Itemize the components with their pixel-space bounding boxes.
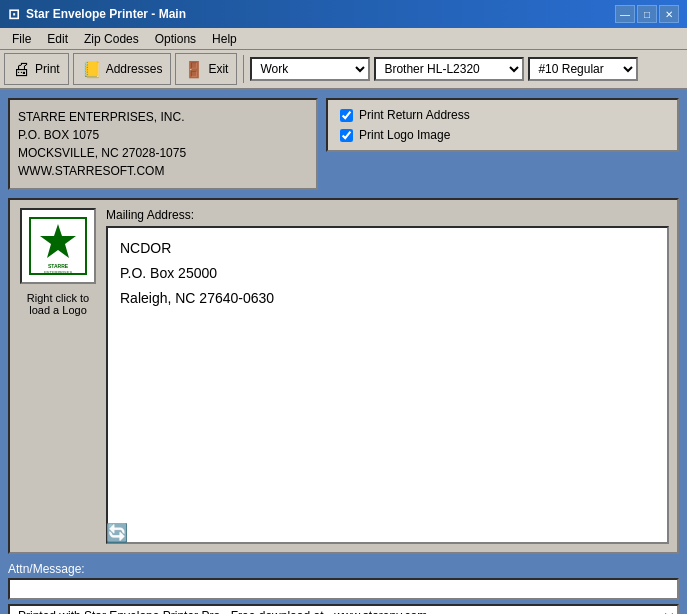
printer-select[interactable]: Brother HL-L2320	[374, 57, 524, 81]
menu-options[interactable]: Options	[147, 30, 204, 48]
window-title: Star Envelope Printer - Main	[26, 7, 186, 21]
svg-text:STARRE: STARRE	[48, 263, 69, 269]
attn-input[interactable]	[8, 578, 679, 600]
menu-edit[interactable]: Edit	[39, 30, 76, 48]
exit-icon: 🚪	[184, 60, 204, 79]
addresses-label: Addresses	[106, 62, 163, 76]
print-button[interactable]: 🖨 Print	[4, 53, 69, 85]
addresses-button[interactable]: 📒 Addresses	[73, 53, 172, 85]
toolbar: 🖨 Print 📒 Addresses 🚪 Exit Work Home Oth…	[0, 50, 687, 90]
company-logo: STARRE ENTERPRISES	[28, 216, 88, 276]
print-return-address-label: Print Return Address	[359, 108, 470, 122]
message-dropdown[interactable]: Printed with Star Envelope Printer Pro -…	[8, 604, 679, 614]
print-label: Print	[35, 62, 60, 76]
menu-file[interactable]: File	[4, 30, 39, 48]
address-type-select[interactable]: Work Home Other	[250, 57, 370, 81]
logo-right-click-text[interactable]: Right click to load a Logo	[18, 292, 98, 316]
print-options-box: Print Return Address Print Logo Image	[326, 98, 679, 152]
mailing-section: Mailing Address: NCDOR P.O. Box 25000 Ra…	[106, 208, 669, 544]
mailing-address-box: NCDOR P.O. Box 25000 Raleigh, NC 27640-0…	[106, 226, 669, 544]
bottom-area: Attn/Message: Printed with Star Envelope…	[0, 562, 687, 614]
print-logo-row: Print Logo Image	[340, 128, 665, 142]
refresh-icon: 🔄	[106, 523, 128, 543]
minimize-button[interactable]: —	[615, 5, 635, 23]
mailing-line3: Raleigh, NC 27640-0630	[120, 286, 655, 311]
menu-help[interactable]: Help	[204, 30, 245, 48]
toolbar-separator-1	[243, 55, 244, 83]
print-return-address-checkbox[interactable]	[340, 109, 353, 122]
top-row: STARRE ENTERPRISES, INC. P.O. BOX 1075 M…	[8, 98, 679, 190]
exit-label: Exit	[208, 62, 228, 76]
print-return-address-row: Print Return Address	[340, 108, 665, 122]
return-address-box: STARRE ENTERPRISES, INC. P.O. BOX 1075 M…	[8, 98, 318, 190]
address-book-icon: 📒	[82, 60, 102, 79]
maximize-button[interactable]: □	[637, 5, 657, 23]
exit-button[interactable]: 🚪 Exit	[175, 53, 237, 85]
envelope-area: STARRE ENTERPRISES Right click to load a…	[8, 198, 679, 554]
small-status-icon: 🔄	[106, 522, 128, 544]
mailing-address-label: Mailing Address:	[106, 208, 669, 222]
title-bar-left: ⊡ Star Envelope Printer - Main	[8, 6, 186, 22]
return-address-line1: STARRE ENTERPRISES, INC.	[18, 108, 308, 126]
menu-bar: File Edit Zip Codes Options Help	[0, 28, 687, 50]
return-address-line4: WWW.STARRESOFT.COM	[18, 162, 308, 180]
logo-box[interactable]: STARRE ENTERPRISES	[20, 208, 96, 284]
app-icon: ⊡	[8, 6, 20, 22]
print-logo-label: Print Logo Image	[359, 128, 450, 142]
print-logo-checkbox[interactable]	[340, 129, 353, 142]
return-address-line2: P.O. BOX 1075	[18, 126, 308, 144]
envelope-type-select[interactable]: #10 Regular #9 Regular A2 Note Card	[528, 57, 638, 81]
main-content: STARRE ENTERPRISES, INC. P.O. BOX 1075 M…	[0, 90, 687, 562]
printer-icon: 🖨	[13, 59, 31, 80]
close-button[interactable]: ✕	[659, 5, 679, 23]
mailing-line1: NCDOR	[120, 236, 655, 261]
svg-text:ENTERPRISES: ENTERPRISES	[44, 270, 73, 275]
return-address-line3: MOCKSVILLE, NC 27028-1075	[18, 144, 308, 162]
attn-label: Attn/Message:	[8, 562, 679, 576]
title-bar: ⊡ Star Envelope Printer - Main — □ ✕	[0, 0, 687, 28]
title-controls[interactable]: — □ ✕	[615, 5, 679, 23]
mailing-line2: P.O. Box 25000	[120, 261, 655, 286]
menu-zip-codes[interactable]: Zip Codes	[76, 30, 147, 48]
logo-area: STARRE ENTERPRISES Right click to load a…	[18, 208, 98, 544]
